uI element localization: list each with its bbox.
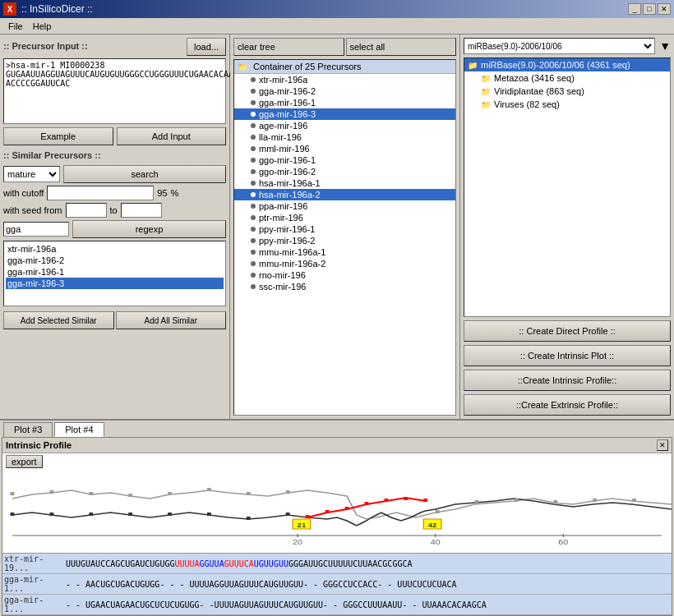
tree-item[interactable]: hsa-mir-196a-1 xyxy=(234,177,455,189)
svg-rect-3 xyxy=(89,513,93,516)
add-input-button[interactable]: Add Input xyxy=(117,127,227,145)
create-extrinsic-profile-button[interactable]: ::Create Extrinsic Profile:: xyxy=(464,394,671,416)
select-all-button[interactable]: select all xyxy=(346,38,457,56)
tree-item[interactable]: gga-mir-196-1 xyxy=(234,97,455,108)
tree-item[interactable]: hsa-mir-196a-2 xyxy=(234,189,455,200)
main-container: :: Precursor Input :: load... >hsa-mir-1… xyxy=(0,34,674,616)
window-title: :: InSilicoDicer :: xyxy=(21,3,93,15)
svg-rect-4 xyxy=(128,513,132,516)
precursor-input[interactable]: >hsa-mir-1 MI0000238 GUGAAUUAGGUAGUUUCAU… xyxy=(3,58,226,124)
regexp-button[interactable]: regexp xyxy=(72,220,226,238)
add-all-similar-button[interactable]: Add All Similar xyxy=(116,311,227,329)
seed-to-input[interactable] xyxy=(121,203,162,218)
tree-item[interactable]: age-mir-196 xyxy=(234,120,455,131)
create-intrinsic-plot-button[interactable]: :: Create Intrinsic Plot :: xyxy=(464,345,671,366)
tree-item[interactable]: mmu-mir-196a-1 xyxy=(234,246,455,258)
tree-item[interactable]: mmu-mir-196a-2 xyxy=(234,258,455,269)
cutoff-input[interactable] xyxy=(47,186,154,200)
list-item[interactable]: gga-mir-196-3 xyxy=(6,278,224,289)
db-select[interactable]: miRBase(9.0)-2006/10/06 xyxy=(464,38,655,54)
tree-item[interactable]: mml-mir-196 xyxy=(234,143,455,154)
tree-item[interactable]: ptr-mir-196 xyxy=(234,212,455,223)
tree-area[interactable]: 📁 Container of 25 Precursors xtr-mir-196… xyxy=(233,59,456,416)
close-button[interactable]: ✕ xyxy=(658,3,671,15)
load-button[interactable]: load... xyxy=(187,38,226,56)
create-direct-profile-button[interactable]: :: Create Direct Profile :: xyxy=(464,320,671,342)
tree-item[interactable]: ppy-mir-196-1 xyxy=(234,223,455,235)
similar-list[interactable]: xtr-mir-196a gga-mir-196-2 gga-mir-196-1… xyxy=(3,241,226,306)
seq-data: - - UGAACUAGAACUGCUCUCUGUGG- -UUUUAGUUAG… xyxy=(66,600,670,609)
example-button[interactable]: Example xyxy=(3,127,113,145)
right-header: miRBase(9.0)-2006/10/06 ▼ xyxy=(460,34,674,57)
svg-rect-32 xyxy=(207,488,211,491)
right-tree-item[interactable]: 📁 Viridiplantae (863 seq) xyxy=(464,85,670,98)
close-button[interactable]: ✕ xyxy=(657,439,668,451)
clear-tree-button[interactable]: clear tree xyxy=(233,38,344,56)
maximize-button[interactable]: □ xyxy=(643,3,656,15)
svg-rect-27 xyxy=(11,492,15,495)
right-tree[interactable]: 📁 miRBase(9.0)-2006/10/06 (4361 seq) 📁 M… xyxy=(464,57,671,317)
right-panel: miRBase(9.0)-2006/10/06 ▼ 📁 miRBase(9.0)… xyxy=(460,34,674,419)
search-button[interactable]: search xyxy=(63,165,226,183)
precursor-header: :: Precursor Input :: xyxy=(3,41,88,51)
sequence-row: gga-mir-1... - - UGAACUAGAACUGCUCUCUGUGG… xyxy=(2,595,672,615)
tree-root-label: Container of 25 Precursors xyxy=(253,62,361,71)
add-selected-similar-button[interactable]: Add Selected Similar xyxy=(3,311,114,329)
profile-title: Intrinsic Profile xyxy=(6,440,72,450)
minimize-button[interactable]: _ xyxy=(628,3,641,15)
seed-from-input[interactable] xyxy=(66,203,107,218)
tab-plot4[interactable]: Plot #4 xyxy=(54,422,104,437)
svg-rect-9 xyxy=(306,515,310,518)
sequence-row: xtr-mir-19... UUUGUAUCCAGCUGAUCUGUGGUUUU… xyxy=(2,554,672,574)
svg-rect-7 xyxy=(247,517,251,520)
list-item[interactable]: gga-mir-196-2 xyxy=(6,255,224,266)
tree-item[interactable]: gga-mir-196-3 xyxy=(234,108,455,120)
svg-rect-31 xyxy=(168,492,172,495)
svg-rect-36 xyxy=(475,500,479,503)
svg-rect-8 xyxy=(286,513,290,516)
tree-item[interactable]: xtr-mir-196a xyxy=(234,74,455,85)
center-panel: clear tree select all 📁 Container of 25 … xyxy=(230,34,460,419)
svg-rect-6 xyxy=(207,513,211,516)
tab-plot3[interactable]: Plot #3 xyxy=(3,422,53,437)
list-item[interactable]: xtr-mir-196a xyxy=(6,243,224,255)
right-buttons: :: Create Direct Profile :: :: Create In… xyxy=(460,317,674,419)
svg-rect-37 xyxy=(514,499,518,502)
list-item[interactable]: gga-mir-196-1 xyxy=(6,266,224,278)
sequence-rows: xtr-mir-19... UUUGUAUCCAGCUGAUCUGUGGUUUU… xyxy=(2,553,672,615)
cutoff-label: with cutoff xyxy=(3,188,44,198)
cutoff-percent: 95 xyxy=(157,188,167,198)
plot-area: 21 42 20 40 60 xyxy=(2,470,672,553)
tree-item[interactable]: ssc-mir-196 xyxy=(234,281,455,292)
right-tree-item[interactable]: 📁 Viruses (82 seq) xyxy=(464,98,670,111)
menu-help[interactable]: Help xyxy=(28,21,57,32)
tree-toolbar: clear tree select all xyxy=(230,34,459,59)
create-intrinsic-profile-button[interactable]: ::Create Intrinsic Profile:: xyxy=(464,370,671,391)
svg-rect-28 xyxy=(49,490,53,494)
tab-content: Intrinsic Profile ✕ export xyxy=(2,437,672,616)
right-tree-item[interactable]: 📁 Metazoa (3416 seq) xyxy=(464,71,670,85)
tree-item[interactable]: gga-mir-196-2 xyxy=(234,85,455,97)
tree-item[interactable]: lla-mir-196 xyxy=(234,131,455,143)
svg-rect-35 xyxy=(436,510,440,513)
gga-input[interactable] xyxy=(3,222,69,237)
seq-name: gga-mir-1... xyxy=(4,595,66,614)
tab-bar: Plot #3 Plot #4 xyxy=(0,421,674,437)
menu-file[interactable]: File xyxy=(3,21,28,32)
svg-rect-39 xyxy=(593,499,597,502)
tree-root: 📁 Container of 25 Precursors xyxy=(234,60,455,74)
tree-item[interactable]: rno-mir-196 xyxy=(234,269,455,281)
type-select[interactable]: mature precursor xyxy=(3,166,60,182)
tree-item[interactable]: ppy-mir-196-2 xyxy=(234,235,455,246)
svg-rect-33 xyxy=(247,492,251,495)
seq-data: - - AACUGCUGACUGUGG- - - UUUUAGGUUAGUUUC… xyxy=(66,580,670,589)
tree-item[interactable]: ppa-mir-196 xyxy=(234,200,455,212)
export-button[interactable]: export xyxy=(6,455,43,468)
tree-item[interactable]: ggo-mir-196-1 xyxy=(234,154,455,166)
tree-item[interactable]: ggo-mir-196-2 xyxy=(234,166,455,177)
svg-rect-40 xyxy=(632,499,636,502)
dropdown-icon[interactable]: ▼ xyxy=(657,39,671,53)
right-tree-item[interactable]: 📁 miRBase(9.0)-2006/10/06 (4361 seq) xyxy=(464,58,670,71)
left-panel: :: Precursor Input :: load... >hsa-mir-1… xyxy=(0,34,230,419)
profile-header: Intrinsic Profile ✕ xyxy=(2,438,672,453)
